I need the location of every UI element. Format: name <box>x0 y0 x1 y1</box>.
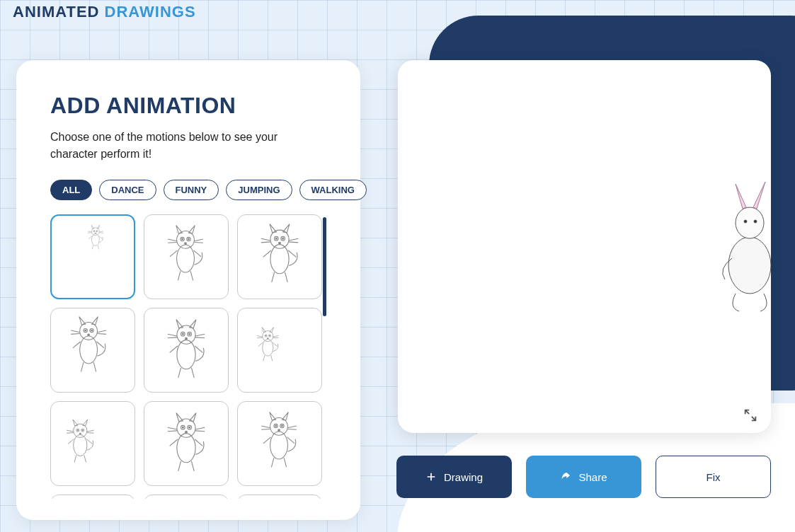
svg-point-85 <box>736 207 764 238</box>
animation-cell[interactable] <box>237 308 322 393</box>
expand-icon <box>743 407 758 423</box>
svg-point-12 <box>188 238 190 240</box>
animation-cell[interactable] <box>144 401 229 486</box>
svg-point-53 <box>182 427 183 428</box>
svg-point-47 <box>82 429 83 430</box>
tab-funny[interactable]: FUNNY <box>164 180 219 200</box>
svg-point-7 <box>177 245 195 272</box>
character-bunny <box>700 180 771 322</box>
tab-all[interactable]: ALL <box>50 180 92 200</box>
svg-point-19 <box>282 238 284 239</box>
svg-point-60 <box>275 425 277 427</box>
tab-jumping[interactable]: JUMPING <box>226 180 292 200</box>
svg-point-25 <box>85 330 86 331</box>
scrollbar[interactable] <box>323 217 326 316</box>
svg-point-33 <box>189 333 190 335</box>
svg-point-62 <box>278 429 280 432</box>
share-icon <box>560 471 571 482</box>
logo-word-2: DRAWINGS <box>105 3 196 21</box>
svg-point-6 <box>95 233 96 233</box>
panel-title: ADD ANIMATION <box>50 93 326 119</box>
expand-button[interactable] <box>743 407 758 423</box>
tab-dance[interactable]: DANCE <box>99 180 156 200</box>
svg-point-87 <box>754 220 757 223</box>
category-tabs: ALL DANCE FUNNY JUMPING WALKING <box>50 180 326 200</box>
share-button-label: Share <box>578 471 607 483</box>
fix-button-label: Fix <box>707 471 721 483</box>
svg-point-48 <box>79 433 81 434</box>
logo-word-1: ANIMATED <box>13 3 99 21</box>
svg-point-42 <box>74 434 87 456</box>
animation-cell[interactable] <box>50 401 135 486</box>
svg-point-49 <box>177 434 195 463</box>
animation-cell[interactable] <box>144 214 229 299</box>
svg-point-56 <box>270 432 288 459</box>
svg-point-26 <box>91 330 93 331</box>
svg-point-20 <box>279 242 281 244</box>
svg-point-41 <box>267 338 268 340</box>
animation-cell[interactable] <box>144 308 229 393</box>
svg-point-55 <box>185 431 188 433</box>
animation-cell[interactable] <box>50 214 135 299</box>
svg-point-18 <box>275 238 277 239</box>
svg-point-34 <box>185 337 188 340</box>
svg-point-84 <box>728 237 771 294</box>
plus-icon <box>425 471 437 482</box>
animation-cell[interactable] <box>144 495 229 499</box>
share-button[interactable]: Share <box>526 456 641 498</box>
svg-point-40 <box>269 335 270 336</box>
svg-point-4 <box>94 231 95 231</box>
svg-point-35 <box>263 339 273 356</box>
animation-cell[interactable] <box>50 308 135 393</box>
svg-point-27 <box>88 334 90 336</box>
svg-point-86 <box>744 220 747 223</box>
svg-point-28 <box>177 340 195 369</box>
animation-cell[interactable] <box>50 495 135 499</box>
svg-point-11 <box>182 238 183 240</box>
svg-point-54 <box>189 427 190 428</box>
fix-button[interactable]: Fix <box>656 456 771 498</box>
svg-point-39 <box>265 335 266 336</box>
preview-canvas <box>398 60 771 433</box>
animation-grid-wrap <box>50 214 326 499</box>
animation-cell[interactable] <box>237 401 322 486</box>
animation-cell[interactable] <box>237 495 322 499</box>
animation-cell[interactable] <box>237 214 322 299</box>
animation-grid[interactable] <box>50 214 326 499</box>
svg-point-13 <box>185 243 187 245</box>
svg-point-46 <box>77 429 78 430</box>
panel-subtitle: Choose one of the motions below to see y… <box>50 129 305 163</box>
tab-walking[interactable]: WALKING <box>299 180 367 200</box>
animation-selector-panel: ADD ANIMATION Choose one of the motions … <box>16 60 360 520</box>
action-buttons: Drawing Share Fix <box>396 456 771 498</box>
svg-point-32 <box>182 333 183 335</box>
svg-point-61 <box>282 425 283 427</box>
svg-point-5 <box>96 231 97 231</box>
drawing-button-label: Drawing <box>444 471 483 483</box>
logo: ANIMATED DRAWINGS <box>13 3 196 21</box>
drawing-button[interactable]: Drawing <box>396 456 512 498</box>
